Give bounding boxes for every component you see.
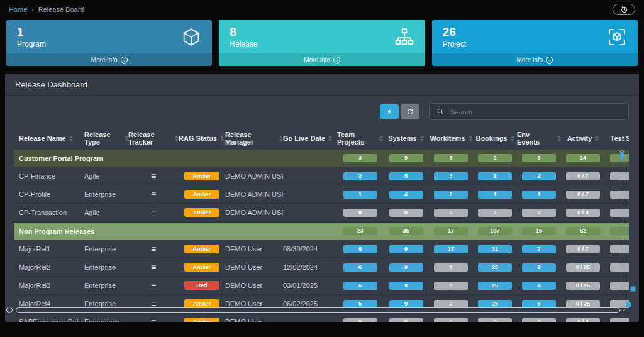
sort-up-icon	[595, 135, 599, 138]
column-label: Release Name	[19, 135, 66, 142]
count-cell	[605, 209, 629, 217]
table-row: CP-ProfileEnterprise≡AmberDEMO ADMIN USE…	[14, 185, 629, 204]
count-badge: 2	[522, 263, 556, 272]
release-tracker-cell: ≡	[128, 318, 179, 322]
release-name: CP-Profile	[14, 191, 84, 198]
release-tracker-cell: ≡	[128, 190, 179, 199]
sort-icon[interactable]	[69, 135, 73, 141]
sort-icon[interactable]	[420, 135, 424, 141]
sort-icon[interactable]	[511, 135, 514, 141]
count-cell: 3	[517, 154, 561, 162]
release-tracker-cell: ≡	[128, 208, 179, 217]
rag-status-cell: Red	[179, 281, 225, 290]
refresh-button[interactable]	[401, 104, 419, 119]
count-badge: 9	[389, 154, 423, 162]
hamburger-icon[interactable]: ≡	[151, 245, 156, 253]
count-cell: 4	[517, 282, 561, 290]
column-header-workitems[interactable]: WorkItems	[429, 135, 473, 142]
sort-icon[interactable]	[469, 135, 472, 141]
count-badge	[610, 318, 629, 323]
column-header-test-sta[interactable]: Test Sta	[605, 135, 629, 142]
count-cell: 6	[337, 282, 383, 290]
count-cell: 0 / 7	[561, 191, 605, 199]
column-header-env-events[interactable]: Env Events	[517, 131, 561, 146]
history-button[interactable]	[613, 4, 635, 15]
count-badge: 2	[478, 154, 512, 162]
hamburger-icon[interactable]: ≡	[151, 172, 156, 180]
release-more-info-link[interactable]: More info →	[219, 53, 425, 66]
count-cell: 107	[473, 227, 517, 235]
export-button[interactable]	[380, 104, 399, 119]
download-icon	[386, 108, 393, 116]
scroll-down-button[interactable]	[630, 286, 636, 292]
release-type: Enterprise	[84, 191, 128, 198]
hamburger-icon[interactable]: ≡	[151, 281, 156, 290]
column-header-team-projects[interactable]: Team Projects	[337, 131, 383, 146]
column-header-release-name[interactable]: Release Name	[14, 135, 84, 142]
count-badge: 4	[522, 282, 556, 290]
vertical-scrollbar-thumb[interactable]	[620, 152, 624, 160]
search-input[interactable]	[450, 108, 621, 116]
count-cell	[605, 227, 629, 235]
count-badge: 9	[389, 282, 423, 290]
release-manager: DEMO User	[225, 263, 283, 271]
vertical-scrollbar[interactable]	[619, 150, 625, 311]
scroll-right-button[interactable]	[626, 302, 631, 307]
count-badge: 0 / 25	[566, 282, 600, 290]
column-header-bookings[interactable]: Bookings	[473, 135, 517, 142]
column-header-activity[interactable]: Activity	[561, 135, 605, 142]
count-cell: 0	[429, 209, 473, 217]
hamburger-icon[interactable]: ≡	[151, 263, 156, 272]
rag-status-badge: Red	[184, 281, 219, 290]
program-label: Program	[17, 40, 46, 48]
count-cell	[605, 245, 629, 253]
count-badge: 0 / 7	[566, 191, 600, 199]
hamburger-icon[interactable]: ≡	[151, 208, 156, 217]
column-label: Go Live Date	[283, 135, 325, 142]
column-header-go-live-date[interactable]: Go Live Date	[283, 135, 337, 142]
count-cell: 0 / 0	[561, 209, 605, 217]
sort-icon[interactable]	[220, 135, 224, 141]
program-more-info-link[interactable]: More info →	[6, 53, 212, 66]
release-manager: DEMO User	[225, 245, 283, 253]
go-live-date: 12/02/2024	[283, 263, 337, 271]
count-badge: 0	[434, 209, 468, 217]
rag-status-cell: Amber	[179, 190, 225, 199]
arrow-circle-icon: →	[333, 57, 340, 64]
count-badge: 0 / 25	[566, 263, 600, 272]
count-cell	[605, 191, 629, 199]
column-label: WorkItems	[430, 135, 465, 142]
table-row: CP-TransactionAgile≡AmberDEMO ADMIN USER…	[14, 204, 629, 222]
project-more-info-link[interactable]: More info →	[432, 53, 638, 66]
sort-icon[interactable]	[595, 135, 599, 141]
scrollbar-knob-icon[interactable]	[6, 307, 13, 313]
hamburger-icon[interactable]: ≡	[151, 190, 156, 199]
breadcrumb-home[interactable]: Home	[9, 6, 27, 13]
count-badge: 9	[389, 245, 423, 253]
sort-icon[interactable]	[328, 135, 332, 141]
count-cell: 0 / 7	[561, 172, 605, 180]
column-header-release-manager[interactable]: Release Manager	[225, 131, 283, 146]
column-label: RAG Status	[179, 135, 217, 142]
column-header-rag-status[interactable]: RAG Status	[179, 135, 225, 142]
horizontal-scrollbar[interactable]	[6, 307, 620, 313]
count-cell: 16	[517, 227, 561, 235]
column-header-systems[interactable]: Systems	[383, 135, 429, 142]
count-cell: 6	[337, 263, 383, 272]
program-card: 1 Program More info →	[6, 20, 212, 66]
column-header-release-type[interactable]: Release Type	[84, 131, 128, 146]
release-manager: DEMO User	[225, 282, 283, 289]
column-header-release-tracker[interactable]: Release Tracker	[128, 131, 179, 146]
count-cell: 14	[561, 154, 605, 162]
history-icon	[620, 6, 628, 14]
horizontal-scrollbar-track[interactable]	[16, 307, 620, 313]
sort-down-icon	[595, 139, 599, 141]
count-cell: 2	[517, 263, 561, 272]
release-type: Agile	[84, 209, 128, 216]
count-badge: 0	[389, 209, 423, 217]
hamburger-icon[interactable]: ≡	[151, 318, 156, 322]
sort-up-icon	[420, 135, 424, 138]
search-icon	[436, 108, 445, 116]
count-cell: 36	[383, 227, 429, 235]
release-tracker-cell: ≡	[128, 281, 179, 290]
